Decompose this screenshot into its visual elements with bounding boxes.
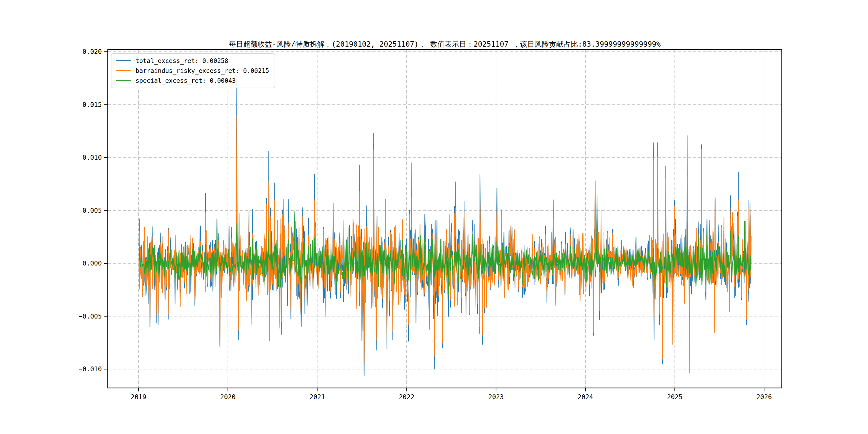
y-tick-label: −0.005: [79, 313, 102, 320]
axes-border: [108, 50, 782, 388]
y-tick-label: 0.015: [83, 101, 102, 108]
legend-item: barraindus_risky_excess_ret: 0.00215: [116, 67, 269, 74]
x-tick-label: 2019: [131, 393, 146, 401]
legend-item-label: special_excess_ret: 0.00043: [135, 77, 236, 84]
figure: 每日超额收益-风险/特质拆解，(20190102, 20251107)， 数值表…: [0, 0, 868, 434]
legend-line-swatch-special: [116, 80, 131, 81]
x-tick-label: 2022: [399, 393, 414, 401]
chart-line-total-excess-ret: [139, 76, 751, 376]
y-tick-label: −0.010: [79, 365, 102, 373]
legend-item-label: total_excess_ret: 0.00258: [135, 57, 228, 65]
x-tick-label: 2020: [220, 393, 236, 401]
y-tick-label: 0.000: [83, 259, 102, 267]
legend-item: special_excess_ret: 0.00043: [116, 77, 269, 84]
x-tick-label: 2026: [756, 393, 772, 401]
x-tick-label: 2025: [667, 393, 683, 401]
legend-item-label: barraindus_risky_excess_ret: 0.00215: [135, 67, 269, 74]
x-tick-label: 2021: [309, 393, 325, 401]
legend-item: total_excess_ret: 0.00258: [116, 57, 269, 65]
chart-line-barraindus-risky-excess-ret: [139, 116, 751, 373]
legend-line-swatch-total: [116, 60, 131, 61]
legend-line-swatch-risky: [116, 70, 131, 71]
y-tick-label: 0.010: [83, 154, 102, 161]
y-tick-label: 0.005: [83, 207, 102, 214]
x-tick-label: 2024: [578, 393, 593, 401]
x-tick-label: 2023: [488, 393, 504, 401]
y-tick-label: 0.020: [83, 48, 102, 56]
legend: total_excess_ret: 0.00258 barraindus_ris…: [111, 53, 275, 88]
